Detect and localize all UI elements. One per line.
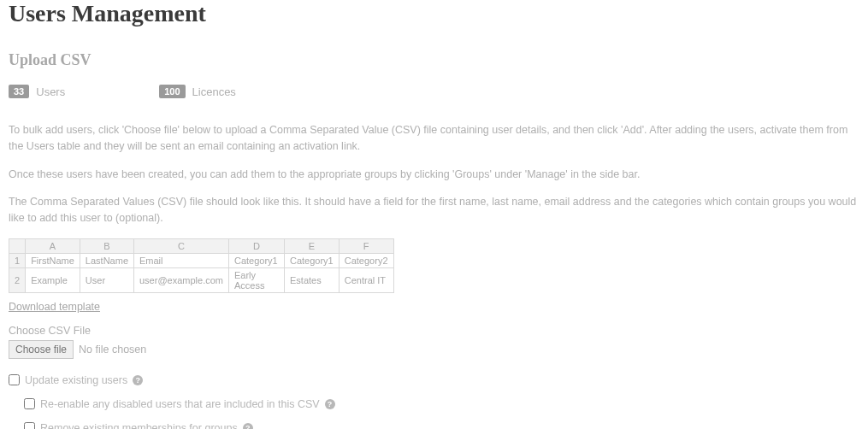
users-stat: 33 Users	[9, 85, 65, 98]
users-label: Users	[36, 85, 65, 98]
download-template-link[interactable]: Download template	[9, 301, 100, 313]
help-icon[interactable]: ?	[243, 423, 253, 429]
page-title: Users Management	[9, 0, 859, 27]
file-input-row: Choose file No file chosen	[9, 340, 859, 359]
update-existing-label: Update existing users	[25, 374, 127, 386]
help-icon[interactable]: ?	[325, 399, 335, 409]
upload-csv-subtitle: Upload CSV	[9, 51, 859, 69]
choose-file-button[interactable]: Choose file	[9, 340, 74, 359]
instruction-p2: Once these users have been created, you …	[9, 167, 859, 183]
csv-preview-table: A B C D E F 1 FirstName LastName Email C…	[9, 238, 394, 293]
remove-memberships-label: Remove existing memberships for groups	[40, 422, 238, 429]
remove-memberships-checkbox[interactable]	[24, 422, 35, 429]
users-badge: 33	[9, 85, 29, 98]
instruction-p3: The Comma Separated Values (CSV) file sh…	[9, 194, 859, 226]
licences-badge: 100	[159, 85, 185, 98]
instruction-p1: To bulk add users, click 'Choose file' b…	[9, 122, 859, 155]
stats-row: 33 Users 100 Licences	[9, 85, 859, 98]
reenable-checkbox[interactable]	[24, 398, 35, 409]
reenable-row: Re-enable any disabled users that are in…	[24, 398, 859, 410]
remove-memberships-row: Remove existing memberships for groups ?	[24, 422, 859, 429]
licences-stat: 100 Licences	[159, 85, 236, 98]
help-icon[interactable]: ?	[133, 375, 143, 385]
reenable-label: Re-enable any disabled users that are in…	[40, 398, 320, 410]
update-existing-row: Update existing users ?	[9, 374, 859, 386]
licences-label: Licences	[192, 85, 236, 98]
choose-file-label: Choose CSV File	[9, 325, 859, 337]
update-existing-checkbox[interactable]	[9, 374, 20, 385]
file-status: No file chosen	[79, 344, 146, 356]
